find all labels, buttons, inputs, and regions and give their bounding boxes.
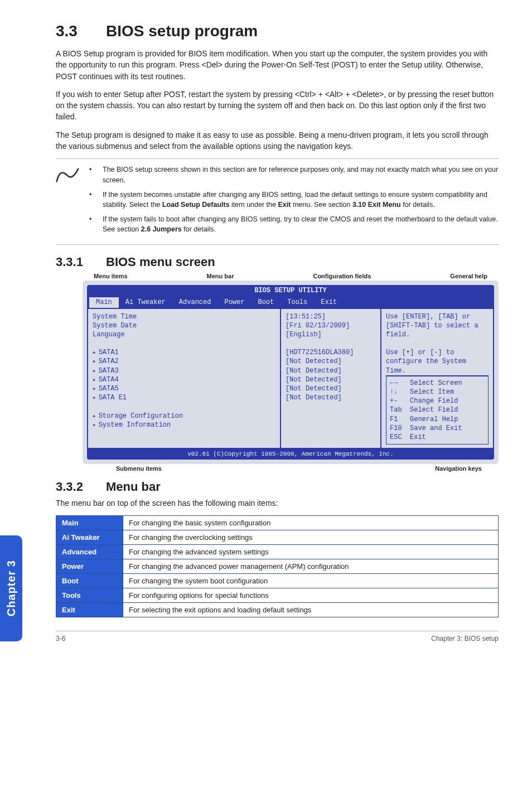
bios-field-value: [English]	[286, 330, 376, 339]
subsection-2-heading: 3.3.2Menu bar	[56, 480, 499, 494]
table-row: Ai TweakerFor changing the overclocking …	[56, 530, 499, 545]
subsection-1-number: 3.3.1	[56, 255, 106, 269]
table-key: Advanced	[56, 545, 123, 559]
bios-top-labels: Menu items Menu bar Configuration fields…	[83, 273, 499, 281]
bios-key: ↑↓	[390, 388, 410, 397]
bios-left-pane: System TimeSystem DateLanguageSATA1SATA2…	[88, 309, 281, 448]
bios-key-row: ↑↓Select Item	[390, 388, 485, 397]
footer-chapter: Chapter 3: BIOS setup	[431, 635, 499, 642]
bios-key-desc: Save and Exit	[410, 424, 462, 432]
bios-left-item: SATA3	[93, 366, 275, 375]
label-general-help: General help	[450, 273, 487, 279]
bios-left-item: SATA2	[93, 357, 275, 366]
bios-right-pane: Use [ENTER], [TAB] or [SHIFT-TAB] to sel…	[381, 309, 493, 448]
bios-menu-exit: Exit	[314, 297, 344, 307]
label-menu-items: Menu items	[94, 273, 128, 279]
bios-key: F10	[390, 424, 410, 433]
subsection-2-intro: The menu bar on top of the screen has th…	[56, 497, 499, 509]
subsection-2-title: Menu bar	[106, 480, 161, 494]
intro-paragraph-3: The Setup program is designed to make it…	[56, 129, 499, 152]
intro-paragraph-2: If you wish to enter Setup after POST, r…	[56, 89, 499, 123]
note-text: If the system fails to boot after changi…	[103, 214, 499, 234]
table-key: Boot	[56, 574, 123, 588]
bios-key: Tab	[390, 405, 410, 414]
label-submenu-items: Submenu items	[116, 465, 162, 472]
table-row: AdvancedFor changing the advanced system…	[56, 545, 499, 559]
note-text: If the system becomes unstable after cha…	[103, 190, 499, 210]
bios-key-row: TabSelect Field	[390, 405, 485, 414]
bios-mid-pane: [13:51:25][Fri 02/13/2009][English][HDT7…	[281, 309, 381, 448]
note-list: •The BIOS setup screens shown in this se…	[89, 165, 499, 239]
bios-key-row: F10Save and Exit	[390, 424, 485, 433]
bios-key-desc: Exit	[410, 433, 426, 441]
bios-left-item: SATA4	[93, 375, 275, 384]
table-value: For changing the system boot configurati…	[123, 574, 499, 588]
bios-menu-tools: Tools	[280, 297, 314, 307]
subsection-1-title: BIOS menu screen	[106, 255, 215, 269]
section-title-text: BIOS setup program	[106, 22, 258, 40]
bios-field-value: [Not Detected]	[286, 393, 376, 402]
bios-left-item: System Time	[93, 312, 275, 321]
table-value: For changing the advanced system setting…	[123, 545, 499, 559]
bios-key-desc: Select Item	[410, 388, 454, 396]
bios-screenshot: BIOS SETUP UTILITY MainAi TweakerAdvance…	[83, 281, 499, 464]
bios-key: ←→	[390, 379, 410, 388]
note-icon	[56, 165, 89, 186]
note-block: •The BIOS setup screens shown in this se…	[56, 158, 499, 245]
bios-left-item: System Information	[93, 421, 275, 429]
bios-field-value: [Not Detected]	[286, 375, 376, 384]
bios-menu-advanced: Advanced	[172, 297, 218, 307]
label-menu-bar: Menu bar	[207, 273, 234, 279]
table-key: Exit	[56, 603, 123, 617]
subsection-1-heading: 3.3.1BIOS menu screen	[56, 255, 499, 269]
bios-key: ESC	[390, 433, 410, 442]
bios-left-item: SATA5	[93, 384, 275, 393]
note-item: •If the system fails to boot after chang…	[89, 214, 499, 234]
bios-key-row: +-Change Field	[390, 397, 485, 405]
table-value: For changing the basic system configurat…	[123, 516, 499, 530]
section-heading: 3.3BIOS setup program	[56, 22, 499, 40]
table-row: ExitFor selecting the exit options and l…	[56, 603, 499, 617]
bios-field-value: [Not Detected]	[286, 384, 376, 393]
bullet-icon: •	[89, 214, 103, 234]
page-footer: 3-6 Chapter 3: BIOS setup	[56, 631, 499, 642]
table-value: For changing the overclocking settings	[123, 530, 499, 545]
bullet-icon: •	[89, 190, 103, 210]
bios-key-desc: Select Field	[410, 406, 458, 414]
bios-field-value: [HDT722516DLA380]	[286, 348, 376, 357]
bios-key-row: ←→Select Screen	[390, 379, 485, 388]
bios-key-row: ESCExit	[390, 433, 485, 442]
table-value: For changing the advanced power manageme…	[123, 559, 499, 574]
label-navigation-keys: Navigation keys	[435, 465, 482, 472]
bios-nav-keys: ←→Select Screen↑↓Select Item+-Change Fie…	[386, 375, 489, 445]
chapter-side-tab: Chapter 3	[0, 535, 22, 641]
intro-paragraph-1: A BIOS Setup program is provided for BIO…	[56, 48, 499, 82]
bios-left-item: SATA1	[93, 348, 275, 357]
table-key: Tools	[56, 588, 123, 603]
bios-field-value: [Not Detected]	[286, 357, 376, 366]
bios-bottom-labels: Submenu items Navigation keys	[83, 464, 499, 472]
bios-key-row: F1General Help	[390, 415, 485, 424]
table-key: Main	[56, 516, 123, 530]
bios-menu-power: Power	[217, 297, 251, 307]
bios-title: BIOS SETUP UTILITY	[87, 285, 494, 296]
bios-footer: v02.61 (C)Copyright 1985-2008, American …	[87, 449, 494, 460]
bios-field-value: [Not Detected]	[286, 366, 376, 375]
table-row: BootFor changing the system boot configu…	[56, 574, 499, 588]
table-value: For selecting the exit options and loadi…	[123, 603, 499, 617]
note-text: The BIOS setup screens shown in this sec…	[103, 165, 499, 185]
bios-key: F1	[390, 415, 410, 424]
bios-key: +-	[390, 397, 410, 405]
subsection-2-number: 3.3.2	[56, 480, 106, 494]
bios-field-value: [Fri 02/13/2009]	[286, 321, 376, 330]
bios-left-item: Language	[93, 330, 275, 339]
table-row: PowerFor changing the advanced power man…	[56, 559, 499, 574]
footer-page-number: 3-6	[56, 635, 65, 642]
note-item: •The BIOS setup screens shown in this se…	[89, 165, 499, 185]
bullet-icon: •	[89, 165, 103, 185]
section-number: 3.3	[56, 22, 106, 40]
bios-key-desc: Select Screen	[410, 379, 462, 387]
bios-menu-bar: MainAi TweakerAdvancedPowerBootToolsExit	[87, 296, 494, 308]
table-row: MainFor changing the basic system config…	[56, 516, 499, 530]
bios-key-desc: General Help	[410, 416, 458, 423]
